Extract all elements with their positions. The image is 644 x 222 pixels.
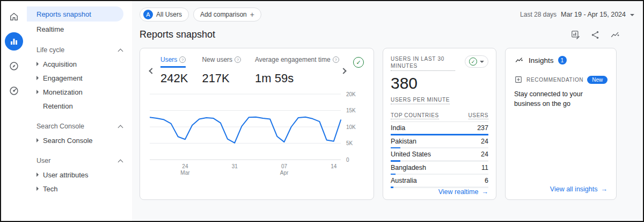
title-row: Reports snapshot — [140, 29, 634, 40]
view-realtime-link[interactable]: View realtime → — [438, 188, 488, 196]
users-trend-chart: 05K10K15K20K24Mar3107Apr14 — [150, 91, 364, 183]
view-all-insights-link[interactable]: View all insights → — [550, 185, 608, 193]
new-badge: New — [587, 76, 608, 84]
home-icon — [9, 11, 19, 22]
sidebar-item-engagement[interactable]: Engagement — [27, 71, 132, 85]
caret-down-icon — [630, 14, 634, 16]
country-row[interactable]: Bangladesh 11 — [391, 162, 488, 175]
expand-triangle-icon — [36, 76, 39, 80]
sidebar-item-acquisition[interactable]: Acquisition — [27, 57, 132, 71]
sidebar-item-search-console[interactable]: Search Console — [27, 133, 132, 147]
expand-triangle-icon — [36, 138, 39, 142]
audience-chip-label: All Users — [156, 11, 182, 18]
date-range-picker[interactable]: Last 28 days Mar 19 - Apr 15, 2024 — [520, 11, 634, 18]
country-name: Bangladesh — [391, 164, 426, 173]
ga4-window: Reports snapshot Realtime Life cycle Acq… — [0, 0, 644, 222]
explore-icon — [9, 61, 19, 71]
svg-text:31: 31 — [232, 163, 238, 169]
realtime-users-count: 380 — [391, 74, 488, 92]
realtime-status-dropdown[interactable]: ✓ — [465, 55, 488, 68]
chevron-right-icon[interactable] — [340, 68, 346, 74]
metric-selector: Users ? 242K New users ? 217K — [150, 56, 364, 85]
help-icon[interactable]: ? — [179, 56, 186, 63]
add-comparison-chip[interactable]: Add comparison + — [193, 8, 261, 22]
users-overview-card: Users ? 242K New users ? 217K — [140, 48, 374, 200]
country-row[interactable]: United States 24 — [391, 148, 488, 162]
share-button[interactable] — [590, 30, 600, 40]
chevron-left-icon[interactable] — [149, 68, 155, 74]
recommendation-label: RECOMMENDATION — [526, 77, 583, 83]
users-line-chart: 05K10K15K20K24Mar3107Apr14 — [150, 91, 364, 181]
metric-value: 217K — [202, 71, 241, 85]
insights-sparkle-button[interactable] — [610, 30, 620, 40]
add-comparison-label: Add comparison — [200, 11, 247, 18]
expand-triangle-icon — [36, 173, 39, 177]
sidebar-item-label: Reports snapshot — [36, 10, 91, 18]
svg-text:0: 0 — [346, 157, 349, 163]
svg-text:10K: 10K — [346, 124, 356, 130]
country-users: 6 — [485, 177, 488, 185]
caret-down-icon — [480, 61, 484, 63]
date-range-label: Mar 19 - Apr 15, 2024 — [561, 11, 626, 18]
country-row[interactable]: Pakistan 24 — [391, 135, 488, 149]
help-icon[interactable]: ? — [235, 56, 241, 63]
sidebar-item-realtime[interactable]: Realtime — [27, 22, 132, 37]
country-row[interactable]: India 237 — [391, 122, 488, 135]
arrow-right-icon: → — [601, 185, 608, 193]
report-sidebar: Reports snapshot Realtime Life cycle Acq… — [27, 1, 132, 221]
country-users: 11 — [481, 164, 488, 173]
metric-tab-users[interactable]: Users ? 242K — [160, 56, 188, 85]
svg-text:15K: 15K — [346, 108, 356, 113]
insights-icon — [514, 56, 524, 65]
users-per-minute-label: USERS PER MINUTE — [391, 97, 450, 104]
sidebar-section-life-cycle[interactable]: Life cycle — [27, 43, 132, 57]
country-row[interactable]: Australia 6 — [391, 175, 488, 188]
country-users: 24 — [481, 151, 488, 159]
chevron-up-icon — [118, 125, 123, 130]
audience-avatar: A — [143, 10, 153, 19]
reports-nav-button[interactable] — [5, 32, 23, 51]
country-users: 237 — [477, 124, 488, 133]
metric-tabs: Users ? 242K New users ? 217K — [160, 56, 339, 85]
insights-title: Insights — [529, 56, 554, 65]
customize-report-button[interactable] — [570, 30, 581, 40]
sidebar-item-label: Tech — [43, 185, 57, 193]
comparison-bar: A All Users Add comparison + Last 28 day… — [140, 6, 634, 23]
main-content: A All Users Add comparison + Last 28 day… — [132, 1, 643, 221]
sidebar-item-tech[interactable]: Tech — [27, 182, 132, 196]
metric-label: New users — [202, 56, 232, 63]
metric-value: 242K — [160, 71, 188, 85]
expand-triangle-icon — [36, 62, 39, 66]
sidebar-item-user-attributes[interactable]: User attributes — [27, 168, 132, 182]
sidebar-item-retention[interactable]: Retention — [27, 99, 132, 113]
sidebar-item-reports-snapshot[interactable]: Reports snapshot — [27, 6, 123, 22]
chevron-up-icon — [118, 159, 123, 164]
home-nav-button[interactable] — [5, 8, 23, 26]
svg-text:5K: 5K — [346, 140, 353, 146]
country-name: India — [391, 124, 405, 133]
date-preset-label: Last 28 days — [520, 11, 557, 18]
metric-tab-new-users[interactable]: New users ? 217K — [202, 56, 241, 85]
recommendation-icon — [514, 75, 523, 84]
help-icon[interactable]: ? — [333, 56, 339, 63]
sidebar-item-label: Retention — [43, 102, 73, 110]
insights-count-badge: 1 — [558, 56, 567, 65]
advertising-nav-button[interactable] — [5, 82, 23, 100]
sidebar-item-monetization[interactable]: Monetization — [27, 85, 132, 99]
cards-row: Users ? 242K New users ? 217K — [140, 48, 634, 200]
all-users-chip[interactable]: A All Users — [140, 8, 189, 22]
insight-body-text[interactable]: Stay connected to your business on the g… — [514, 89, 608, 109]
arrow-right-icon: → — [482, 188, 489, 196]
data-quality-check-icon[interactable]: ✓ — [353, 57, 364, 68]
sidebar-section-user[interactable]: User — [27, 154, 132, 168]
sidebar-item-label: Realtime — [36, 25, 64, 33]
country-name: Pakistan — [391, 138, 416, 146]
advertising-icon — [9, 85, 19, 96]
sidebar-item-label: Search Console — [43, 137, 93, 145]
sidebar-item-label: User attributes — [43, 171, 89, 179]
explore-nav-button[interactable] — [5, 57, 23, 75]
sidebar-section-search-console[interactable]: Search Console — [27, 119, 132, 133]
sidebar-item-label: Acquisition — [43, 60, 77, 68]
svg-text:14: 14 — [331, 163, 337, 169]
metric-tab-avg-engagement-time[interactable]: Average engagement time ? 1m 59s — [255, 56, 339, 85]
